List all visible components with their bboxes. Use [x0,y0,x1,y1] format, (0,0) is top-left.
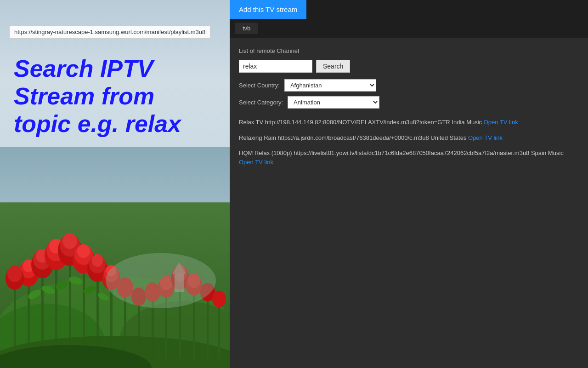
svg-point-25 [62,233,77,249]
hero-text: Search IPTV Stream from topic e.g. relax [14,55,181,138]
svg-point-36 [7,265,22,282]
svg-rect-51 [207,294,209,359]
svg-rect-6 [69,253,71,350]
tab-bar: tvb [230,19,588,38]
svg-point-61 [212,291,226,307]
svg-rect-52 [218,301,220,359]
open-link-2[interactable]: Open TV link [468,134,503,141]
result-name-3: HQM Relax (1080p) [239,150,294,156]
result-category-3: Music [548,150,564,156]
result-name-2: Relaxing Rain [239,134,278,141]
search-row: Search [239,60,579,73]
main-content: List of remote Channel Search Select Cou… [230,38,588,368]
category-select[interactable]: Animation News Sports Music Movies [288,96,379,109]
results-list: Relax TV http://198.144.149.82:8080/NOTV… [239,118,579,167]
hero-line1: Search IPTV [14,55,153,82]
result-country-2: United States [430,134,468,141]
open-link-1[interactable]: Open TV link [484,119,518,126]
result-url-3: https://livelist01.yowi.tv/lista/dc1b71c… [294,150,531,156]
left-panel: https://stingray-naturescape-1.samsung.w… [0,0,230,368]
result-item-2: Relaxing Rain https://a.jsrdn.com/broadc… [239,133,579,143]
category-label: Select Category: [239,99,283,106]
top-bar: Add this TV stream [230,0,588,19]
result-item-3: HQM Relax (1080p) https://livelist01.yow… [239,149,579,167]
country-label: Select Country: [239,82,280,89]
result-item-1: Relax TV http://198.144.149.82:8080/NOTV… [239,118,579,127]
svg-point-28 [77,244,90,258]
country-row: Select Country: Afghanistan Albania Alge… [239,79,579,92]
svg-rect-63 [175,274,184,292]
search-button[interactable]: Search [316,60,350,73]
list-label: List of remote Channel [239,47,579,54]
result-url-2: https://a.jsrdn.com/broadcast/76381deeda… [278,134,431,141]
svg-point-62 [106,253,216,308]
right-panel: Add this TV stream tvb List of remote Ch… [230,0,588,368]
country-select[interactable]: Afghanistan Albania Algeria Andorra Ango… [284,79,376,92]
result-country-3: Spain [531,150,548,156]
svg-point-31 [92,254,103,267]
result-name-1: Relax TV [239,119,265,126]
tab-tvb[interactable]: tvb [235,23,258,34]
add-stream-button[interactable]: Add this TV stream [230,0,306,19]
category-row: Select Category: Animation News Sports M… [239,96,579,109]
result-country-1: India [452,119,466,126]
search-input[interactable] [239,60,312,73]
hero-line2: Stream from [14,83,154,109]
flowers-svg [0,138,230,368]
hero-image: Search IPTV Stream from topic e.g. relax [0,0,230,368]
result-category-1: Music [466,119,484,126]
url-text: https://stingray-naturescape-1.samsung.w… [14,29,205,35]
result-url-1: http://198.144.149.82:8080/NOTV/RELAXTV/… [265,119,452,126]
open-link-3[interactable]: Open TV link [239,159,273,166]
url-bar: https://stingray-naturescape-1.samsung.w… [9,25,210,39]
hero-line3: topic e.g. relax [14,110,181,137]
